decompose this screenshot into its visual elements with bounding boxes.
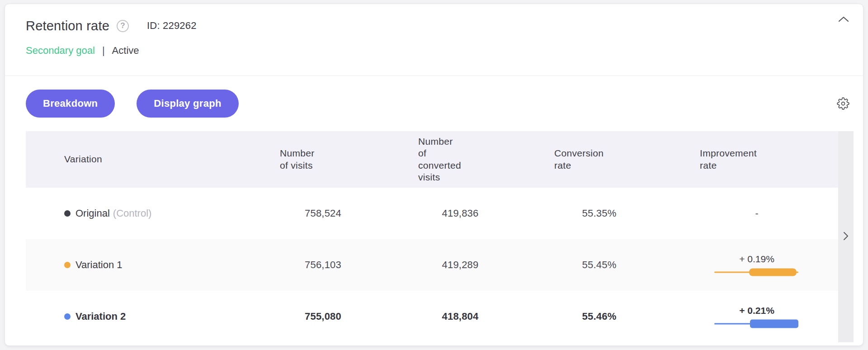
variation-name: Variation 2 <box>75 311 126 322</box>
improvement-value: - <box>755 208 759 219</box>
page-title: Retention rate <box>26 19 109 33</box>
column-header-variation: Variation <box>26 131 254 188</box>
conversion-rate-value: 55.45% <box>582 259 617 271</box>
variation-name: Variation 1 <box>75 259 123 271</box>
converted-visits-value: 419,836 <box>442 208 479 219</box>
improvement-bar <box>714 268 799 277</box>
table-row-variation-1: Variation 1 756,103 419,289 55.45% + 0.1… <box>26 239 838 291</box>
chevron-right-icon <box>843 231 849 243</box>
settings-button[interactable] <box>837 97 849 110</box>
help-icon[interactable]: ? <box>117 20 129 32</box>
column-header-conversion-rate: Conversion rate <box>528 131 670 188</box>
variation-dot <box>64 313 71 320</box>
variation-name: Original <box>75 208 110 219</box>
table-row-variation-2: Variation 2 755,080 418,804 55.46% + 0.2… <box>26 291 838 342</box>
goal-header: Retention rate ? ID: 229262 Secondary go… <box>5 4 863 57</box>
conversion-rate-value: 55.35% <box>582 208 617 219</box>
toolbar: Breakdown Display graph <box>5 76 863 118</box>
gear-icon <box>837 104 849 111</box>
chevron-up-icon <box>837 18 850 24</box>
goal-card: Retention rate ? ID: 229262 Secondary go… <box>5 4 863 346</box>
table-scroll-right[interactable] <box>838 131 854 342</box>
improvement-value: + 0.21% <box>739 305 774 316</box>
separator: | <box>102 45 105 57</box>
visits-value: 756,103 <box>305 259 341 271</box>
results-table: Variation Number of visits Number of con… <box>26 131 863 342</box>
variation-dot <box>64 262 71 268</box>
column-header-improvement-rate: Improvement rate <box>670 131 838 188</box>
converted-visits-value: 418,804 <box>442 311 479 322</box>
column-header-converted-visits: Number of converted visits <box>392 131 528 188</box>
converted-visits-value: 419,289 <box>442 259 479 271</box>
improvement-value: + 0.19% <box>739 254 774 265</box>
collapse-button[interactable] <box>837 15 850 25</box>
table-header-row: Variation Number of visits Number of con… <box>26 131 838 188</box>
visits-value: 758,524 <box>305 208 341 219</box>
visits-value: 755,080 <box>305 311 341 322</box>
table-row-original: Original (Control) 758,524 419,836 55.35… <box>26 188 838 239</box>
goal-id: ID: 229262 <box>147 20 197 32</box>
goal-type-label: Secondary goal <box>26 45 95 57</box>
breakdown-button[interactable]: Breakdown <box>26 90 115 118</box>
conversion-rate-value: 55.46% <box>582 311 617 322</box>
improvement-bar <box>714 319 799 328</box>
status-label: Active <box>112 45 139 57</box>
display-graph-button[interactable]: Display graph <box>137 90 238 118</box>
variation-dot <box>64 210 71 217</box>
variation-suffix: (Control) <box>113 208 152 219</box>
column-header-visits: Number of visits <box>254 131 392 188</box>
